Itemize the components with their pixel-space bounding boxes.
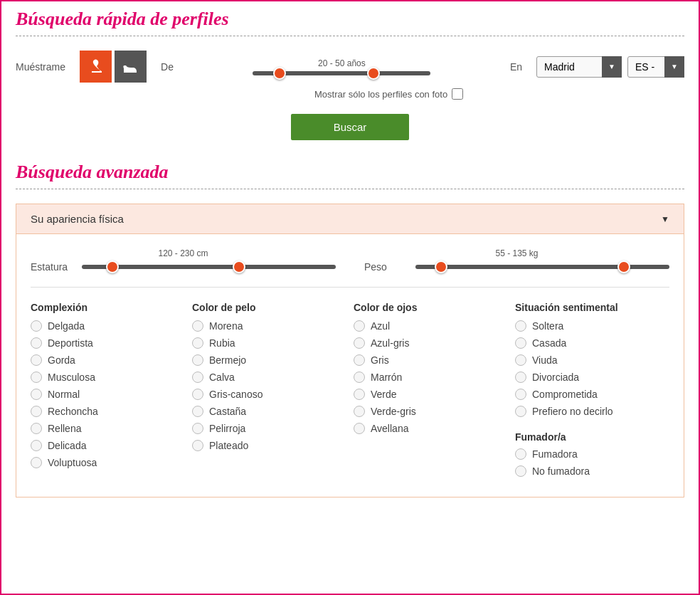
pelo-radio-0[interactable] — [192, 320, 203, 332]
peso-min-thumb[interactable] — [435, 260, 447, 273]
estatura-group: 120 - 230 cm Estatura — [31, 248, 336, 273]
situacion-radio-0[interactable] — [515, 320, 526, 332]
situacion-label-5: Prefiero no decirlo — [532, 406, 613, 417]
age-min-thumb[interactable] — [273, 67, 286, 80]
estatura-label: Estatura — [31, 261, 73, 273]
male-gender-button[interactable] — [115, 51, 147, 83]
pelo-radio-3[interactable] — [192, 372, 203, 383]
location-select-wrapper: Madrid Barcelona Sevilla Valencia ▼ — [536, 56, 622, 78]
ojos-radio-4[interactable] — [354, 389, 365, 400]
country-select[interactable]: ES - DE - FR - UK - — [627, 56, 684, 78]
peso-slider[interactable] — [415, 265, 669, 269]
fumador-item-1: No fumadora — [515, 465, 669, 477]
complexion-radio-6[interactable] — [31, 423, 42, 434]
advanced-search-section: Búsqueda avanzada Su apariencia física ▼… — [1, 154, 699, 512]
male-shoe-icon — [121, 57, 141, 77]
pelo-item-7: Plateado — [192, 440, 346, 451]
complexion-column: Complexión Delgada Deportista Gorda — [31, 302, 185, 483]
physical-title: Su apariencia física — [31, 213, 124, 225]
situacion-radio-4[interactable] — [515, 389, 526, 400]
ojos-radio-5[interactable] — [354, 406, 365, 417]
peso-range-label: 55 - 135 kg — [495, 248, 538, 258]
ojos-label-0: Azul — [371, 320, 390, 332]
situacion-item-2: Viuda — [515, 354, 669, 366]
pelo-radio-4[interactable] — [192, 389, 203, 400]
pelo-radio-2[interactable] — [192, 354, 203, 366]
de-label: De — [161, 61, 174, 73]
situacion-item-5: Prefiero no decirlo — [515, 406, 669, 417]
pelo-label-4: Gris-canoso — [209, 389, 262, 400]
ojos-label-5: Verde-gris — [371, 406, 416, 417]
fumador-radio-1[interactable] — [515, 465, 526, 477]
quick-search-row: Muéstrame De — [16, 51, 684, 83]
ojos-radio-3[interactable] — [354, 372, 365, 383]
ojos-label-2: Gris — [371, 354, 389, 366]
location-container: Madrid Barcelona Sevilla Valencia ▼ ES -… — [536, 56, 684, 78]
buscar-button[interactable]: Buscar — [291, 114, 410, 140]
ojos-radio-6[interactable] — [354, 423, 365, 434]
location-select[interactable]: Madrid Barcelona Sevilla Valencia — [536, 56, 622, 78]
complexion-label-4: Normal — [48, 389, 80, 400]
quick-search-title: Búsqueda rápida de perfiles — [16, 9, 684, 30]
foto-checkbox[interactable] — [452, 88, 463, 100]
situacion-radio-3[interactable] — [515, 372, 526, 383]
situacion-radio-1[interactable] — [515, 337, 526, 349]
physical-collapse-arrow: ▼ — [661, 214, 669, 224]
muestrame-label: Muéstrame — [16, 61, 65, 73]
pelo-item-1: Rubia — [192, 337, 346, 349]
fumador-title: Fumador/a — [515, 431, 669, 443]
pelo-radio-5[interactable] — [192, 406, 203, 417]
pelo-item-5: Castaña — [192, 406, 346, 417]
situacion-label-1: Casada — [532, 337, 566, 349]
ojos-item-3: Marrón — [354, 372, 508, 383]
ojos-radio-2[interactable] — [354, 354, 365, 366]
complexion-radio-3[interactable] — [31, 372, 42, 383]
ojos-label-1: Azul-gris — [371, 337, 409, 349]
complexion-label-1: Deportista — [48, 337, 93, 349]
situacion-radio-2[interactable] — [515, 354, 526, 366]
complexion-label-6: Rellena — [48, 423, 81, 434]
ojos-radio-0[interactable] — [354, 320, 365, 332]
peso-slider-row: Peso — [364, 261, 669, 273]
pelo-radio-7[interactable] — [192, 440, 203, 451]
female-gender-button[interactable] — [80, 51, 112, 83]
pelo-radio-1[interactable] — [192, 337, 203, 349]
estatura-max-thumb[interactable] — [233, 260, 245, 273]
main-container: Búsqueda rápida de perfiles Muéstrame — [0, 0, 700, 595]
complexion-item-7: Delicada — [31, 440, 185, 451]
complexion-radio-1[interactable] — [31, 337, 42, 349]
ojos-item-6: Avellana — [354, 423, 508, 434]
pelo-label-7: Plateado — [209, 440, 248, 451]
complexion-label-3: Musculosa — [48, 372, 95, 383]
age-slider-track[interactable] — [253, 71, 430, 75]
advanced-search-title: Búsqueda avanzada — [16, 162, 684, 183]
pelo-label-6: Pelirroja — [209, 423, 245, 434]
advanced-search-divider — [16, 189, 684, 189]
high-heel-icon — [86, 57, 106, 77]
physical-header[interactable]: Su apariencia física ▼ — [16, 204, 684, 234]
ojos-item-0: Azul — [354, 320, 508, 332]
situacion-radio-5[interactable] — [515, 406, 526, 417]
complexion-radio-4[interactable] — [31, 389, 42, 400]
estatura-slider[interactable] — [82, 265, 336, 269]
color-ojos-title: Color de ojos — [354, 302, 508, 313]
complexion-item-2: Gorda — [31, 354, 185, 366]
complexion-radio-5[interactable] — [31, 406, 42, 417]
complexion-label-0: Delgada — [48, 320, 85, 332]
age-max-thumb[interactable] — [367, 67, 380, 80]
ojos-item-4: Verde — [354, 389, 508, 400]
complexion-radio-2[interactable] — [31, 354, 42, 366]
complexion-radio-7[interactable] — [31, 440, 42, 451]
complexion-radio-0[interactable] — [31, 320, 42, 332]
estatura-range-label: 120 - 230 cm — [158, 248, 208, 258]
complexion-item-0: Delgada — [31, 320, 185, 332]
peso-max-thumb[interactable] — [617, 260, 630, 273]
fumador-radio-0[interactable] — [515, 448, 526, 460]
en-label: En — [510, 61, 522, 73]
estatura-min-thumb[interactable] — [106, 260, 119, 273]
complexion-item-1: Deportista — [31, 337, 185, 349]
pelo-radio-6[interactable] — [192, 423, 203, 434]
ojos-radio-1[interactable] — [354, 337, 365, 349]
complexion-item-3: Musculosa — [31, 372, 185, 383]
complexion-radio-8[interactable] — [31, 457, 42, 468]
